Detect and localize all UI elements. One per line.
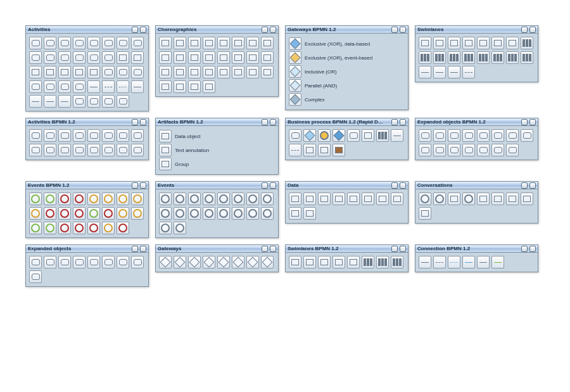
chor-10-icon[interactable] <box>159 66 172 79</box>
list-item[interactable]: Exclusive (XOR), event-based <box>289 51 405 65</box>
eo-3-icon[interactable] <box>58 256 71 269</box>
chor-19-icon[interactable] <box>174 80 186 93</box>
a12-5-icon[interactable] <box>87 129 100 142</box>
msg-flow-icon[interactable] <box>102 80 115 93</box>
chor-2-icon[interactable] <box>159 51 172 64</box>
blank2-icon[interactable] <box>87 95 100 108</box>
palette-minimize-icon[interactable] <box>521 246 528 252</box>
chor-sub-icon[interactable] <box>203 37 215 49</box>
palette-header[interactable]: Business process BPMN 1.2 (Rapid D… <box>286 118 408 126</box>
chor-task-loop-icon[interactable] <box>174 37 186 49</box>
eo-9-icon[interactable] <box>29 270 42 283</box>
blank4-icon[interactable] <box>117 95 129 108</box>
conv-7-icon[interactable] <box>506 193 519 205</box>
a12-10-icon[interactable] <box>44 144 56 156</box>
e-end-msg-icon[interactable] <box>73 193 86 205</box>
task-ref-icon[interactable] <box>102 51 115 64</box>
list-item[interactable]: Parallel (AND) <box>289 79 405 92</box>
a12-15-icon[interactable] <box>117 144 129 156</box>
manual-task-icon[interactable] <box>44 80 56 93</box>
bp-note-icon[interactable] <box>318 144 331 156</box>
a12-11-icon[interactable] <box>58 144 71 156</box>
task-service-icon[interactable] <box>131 37 144 49</box>
seq-flow-icon[interactable] <box>87 80 100 93</box>
pool-v-lanes-icon[interactable] <box>462 37 475 49</box>
conv-1-icon[interactable] <box>419 193 431 205</box>
default-flow-icon[interactable] <box>131 80 144 93</box>
pool-h-lanes-icon[interactable] <box>433 37 446 49</box>
pool-v2-icon[interactable] <box>433 51 446 64</box>
e-end-icon[interactable] <box>58 193 71 205</box>
lane-v-icon[interactable] <box>491 37 504 49</box>
blank3-icon[interactable] <box>102 95 115 108</box>
subprocess-adhoc-icon[interactable] <box>44 66 56 79</box>
palette-header[interactable]: Gateways BPMN 1.2 <box>286 26 408 34</box>
list-item[interactable]: Text annotation <box>159 143 275 157</box>
palette-header[interactable]: Swimlanes <box>415 26 538 34</box>
chor-3-icon[interactable] <box>174 51 186 64</box>
a12-13-icon[interactable] <box>87 144 100 156</box>
task-sub-icon[interactable] <box>44 37 56 49</box>
e-inter2-icon[interactable] <box>102 193 115 205</box>
pool-v3-icon[interactable] <box>448 51 460 64</box>
palette-header[interactable]: Gateways <box>156 245 278 253</box>
gw-parallel-icon[interactable] <box>232 256 244 269</box>
ev-multi-icon[interactable] <box>232 207 244 220</box>
ex2-icon[interactable] <box>433 129 446 142</box>
chor-sub-loop-icon[interactable] <box>217 37 230 49</box>
eo-8-icon[interactable] <box>131 256 144 269</box>
e-esc-s-icon[interactable] <box>73 207 86 220</box>
palette-close-icon[interactable] <box>529 182 536 189</box>
e-multi-e-icon[interactable] <box>73 222 86 234</box>
bp-gateway-icon[interactable] <box>303 129 316 142</box>
subprocess-multi-icon[interactable] <box>29 66 42 79</box>
task-loop-icon[interactable] <box>73 37 86 49</box>
palette-minimize-icon[interactable] <box>262 182 268 189</box>
data-in-icon[interactable] <box>303 193 316 205</box>
sl-pool-h2-icon[interactable] <box>303 256 316 269</box>
ex15-icon[interactable] <box>506 144 519 156</box>
palette-header[interactable]: Connection BPMN 1.2 <box>415 245 538 253</box>
bp-task-icon[interactable] <box>289 129 301 142</box>
cond-icon[interactable] <box>491 256 504 269</box>
list-item[interactable]: Data object <box>159 129 275 143</box>
sl-pool-v2-icon[interactable] <box>347 256 360 269</box>
palette-minimize-icon[interactable] <box>391 246 398 252</box>
chor-call-icon[interactable] <box>246 37 259 49</box>
send-task-icon[interactable] <box>102 66 115 79</box>
list-item[interactable]: Exclusive (XOR), data-based <box>289 37 405 51</box>
chor-8-icon[interactable] <box>246 51 259 64</box>
subprocess-comp-icon[interactable] <box>87 66 100 79</box>
palette-header[interactable]: Expanded objects <box>26 245 148 253</box>
conv-8-icon[interactable] <box>521 193 533 205</box>
palette-header[interactable]: Activities BPMN 1.2 <box>26 118 148 126</box>
palette-minimize-icon[interactable] <box>391 119 398 125</box>
task-receive-icon[interactable] <box>44 51 56 64</box>
e-sig-e-icon[interactable] <box>44 222 56 234</box>
script-task-icon[interactable] <box>131 66 144 79</box>
data-out-icon[interactable] <box>318 193 331 205</box>
a12-9-icon[interactable] <box>29 144 42 156</box>
conv-5-icon[interactable] <box>477 193 490 205</box>
chor-18-icon[interactable] <box>159 80 172 93</box>
conv-9-icon[interactable] <box>419 207 431 220</box>
e-timer-i-icon[interactable] <box>29 207 42 220</box>
palette-minimize-icon[interactable] <box>132 119 138 125</box>
data-a3-icon[interactable] <box>303 207 316 220</box>
ex8-icon[interactable] <box>521 129 533 142</box>
ev-escal-icon[interactable] <box>246 193 259 205</box>
palette-header[interactable]: Choreographies <box>156 26 278 34</box>
data-a2-icon[interactable] <box>289 207 301 220</box>
palette-minimize-icon[interactable] <box>262 246 268 252</box>
ev-boundary-icon[interactable] <box>174 222 186 234</box>
sep5-icon[interactable] <box>448 66 460 79</box>
e-start-icon[interactable] <box>29 193 42 205</box>
ex12-icon[interactable] <box>462 144 475 156</box>
chor-11-icon[interactable] <box>174 66 186 79</box>
conv-2-icon[interactable] <box>433 193 446 205</box>
conv-3-icon[interactable] <box>448 193 460 205</box>
e-multi-icon[interactable] <box>58 222 71 234</box>
task-manual-icon[interactable] <box>58 51 71 64</box>
user-task-icon[interactable] <box>58 80 71 93</box>
ex4-icon[interactable] <box>462 129 475 142</box>
